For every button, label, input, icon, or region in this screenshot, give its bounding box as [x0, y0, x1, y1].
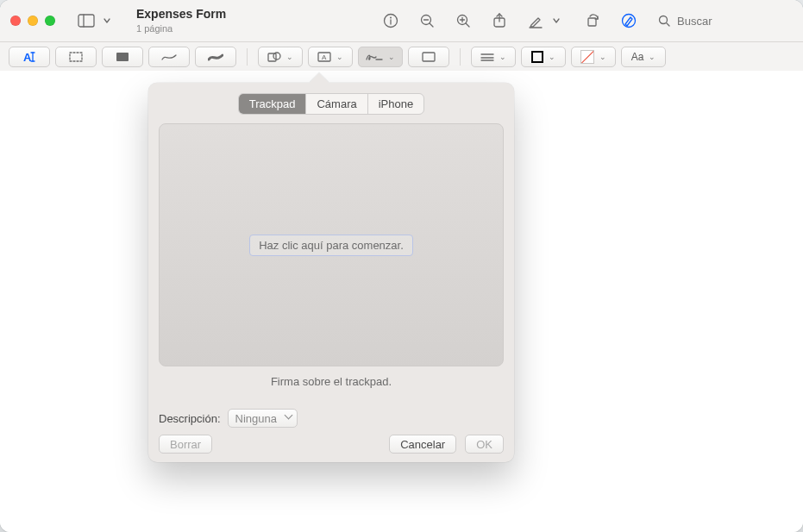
clear-button[interactable]: Borrar	[159, 435, 212, 454]
rect-selection-tool[interactable]	[55, 47, 97, 67]
shapes-menu[interactable]: ⌄	[258, 47, 303, 67]
document-title-block: Expenses Form 1 página	[136, 8, 226, 33]
minimize-window-button[interactable]	[28, 16, 38, 26]
signature-popover: Trackpad Cámara iPhone Haz clic aquí par…	[148, 83, 514, 462]
highlight-group	[524, 9, 568, 33]
chevron-down-icon: ⌄	[388, 53, 395, 61]
description-row: Descripción: Ninguna	[159, 409, 504, 428]
ok-button[interactable]: OK	[465, 435, 504, 454]
cancel-button[interactable]: Cancelar	[389, 435, 456, 454]
popover-footer: Borrar Cancelar OK	[159, 435, 504, 454]
chevron-down-icon: ⌄	[336, 53, 343, 61]
stroke-style-menu[interactable]: ⌄	[471, 47, 516, 67]
description-label: Descripción:	[159, 412, 221, 425]
redact-tool[interactable]	[102, 47, 143, 67]
svg-rect-23	[70, 53, 82, 61]
svg-point-26	[273, 53, 280, 59]
tab-iphone[interactable]: iPhone	[368, 94, 423, 114]
signature-pad[interactable]: Haz clic aquí para comenzar.	[159, 123, 504, 366]
description-select[interactable]: Ninguna	[228, 409, 298, 428]
svg-rect-25	[268, 53, 276, 61]
sidebar-menu-chevron[interactable]	[95, 9, 119, 33]
svg-text:A: A	[322, 53, 327, 61]
tab-camera[interactable]: Cámara	[306, 94, 367, 114]
svg-line-9	[466, 23, 469, 27]
textbox-menu[interactable]: A ⌄	[308, 47, 353, 67]
zoom-window-button[interactable]	[45, 16, 55, 26]
chevron-down-icon: ⌄	[549, 53, 555, 61]
highlight-menu-chevron[interactable]	[544, 9, 568, 33]
titlebar: Expenses Form 1 página	[0, 0, 803, 42]
document-title: Expenses Form	[136, 8, 226, 21]
toolbar-separator	[460, 48, 461, 66]
text-style-menu[interactable]: Aa ⌄	[621, 47, 666, 67]
zoom-in-button[interactable]	[451, 9, 475, 33]
svg-point-16	[623, 15, 636, 28]
text-selection-tool[interactable]: A	[9, 47, 50, 67]
search-field[interactable]	[653, 9, 793, 33]
chevron-down-icon: ⌄	[499, 53, 506, 61]
markup-toggle-button[interactable]	[617, 9, 641, 33]
svg-rect-24	[116, 53, 129, 61]
sketch-tool[interactable]	[148, 47, 190, 67]
stroke-color-menu[interactable]: ⌄	[521, 47, 566, 67]
search-icon	[658, 15, 670, 27]
signature-source-segmented: Trackpad Cámara iPhone	[159, 93, 504, 115]
svg-line-6	[430, 23, 433, 27]
text-style-icon: Aa	[631, 51, 644, 63]
stroke-color-swatch	[531, 51, 543, 63]
sign-menu[interactable]: ⌄	[358, 47, 403, 67]
no-fill-swatch	[580, 50, 594, 64]
svg-rect-0	[78, 15, 94, 27]
markup-toolbar: A ⌄ A ⌄ ⌄	[0, 42, 803, 72]
tab-trackpad[interactable]: Trackpad	[239, 94, 307, 114]
draw-tool[interactable]	[195, 47, 236, 67]
signature-caption: Firma sobre el trackpad.	[159, 375, 504, 388]
preview-window: Expenses Form 1 página	[0, 0, 803, 532]
svg-rect-30	[423, 53, 435, 61]
fill-color-menu[interactable]: ⌄	[571, 47, 616, 67]
signature-pad-hint[interactable]: Haz clic aquí para comenzar.	[249, 235, 413, 256]
sidebar-toggle-group	[74, 9, 119, 33]
close-window-button[interactable]	[10, 16, 21, 26]
toolbar-separator	[247, 48, 248, 66]
info-button[interactable]	[379, 9, 403, 33]
zoom-out-button[interactable]	[415, 9, 439, 33]
window-controls	[10, 16, 55, 26]
svg-point-4	[390, 17, 392, 19]
chevron-down-icon: ⌄	[649, 53, 656, 61]
svg-point-17	[660, 16, 668, 24]
chevron-down-icon: ⌄	[599, 53, 606, 61]
share-button[interactable]	[487, 9, 511, 33]
document-subtitle: 1 página	[136, 23, 226, 34]
search-input[interactable]	[675, 14, 774, 28]
svg-line-18	[667, 23, 669, 26]
note-tool[interactable]	[408, 47, 449, 67]
chevron-down-icon: ⌄	[286, 53, 293, 61]
rotate-button[interactable]	[580, 9, 605, 33]
